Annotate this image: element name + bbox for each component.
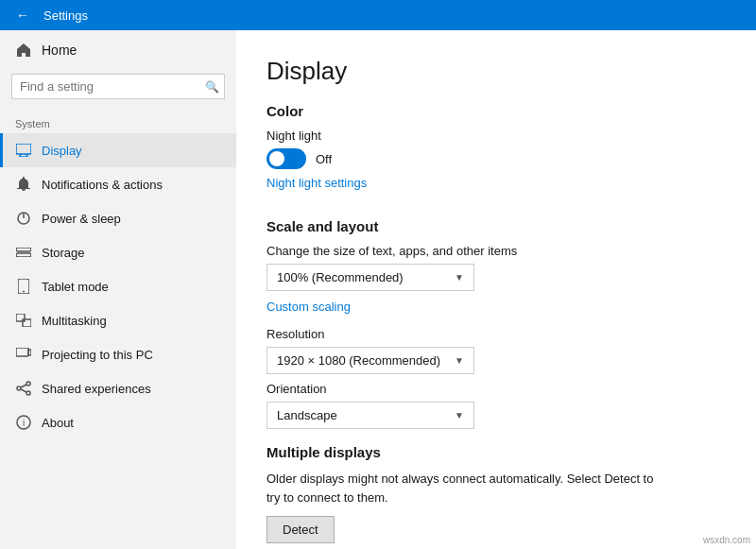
night-light-label: Night light — [266, 129, 726, 143]
search-icon: 🔍 — [205, 80, 219, 94]
sidebar-item-power[interactable]: Power & sleep — [0, 201, 236, 235]
night-light-state: Off — [316, 152, 332, 166]
size-dropdown[interactable]: 100% (Recommended) ▼ — [266, 264, 474, 291]
resolution-value: 1920 × 1080 (Recommended) — [277, 353, 440, 368]
content-area: Display Color Night light Off Night ligh… — [236, 30, 756, 549]
svg-point-16 — [17, 386, 21, 390]
svg-rect-12 — [16, 348, 28, 356]
custom-scaling-link[interactable]: Custom scaling — [266, 300, 351, 314]
about-icon: i — [15, 414, 32, 431]
projecting-icon — [15, 346, 32, 363]
sidebar-item-storage[interactable]: Storage — [0, 235, 236, 269]
multitasking-label: Multitasking — [42, 314, 107, 328]
shared-label: Shared experiences — [42, 382, 151, 396]
size-label: Change the size of text, apps, and other… — [266, 244, 726, 258]
svg-point-15 — [26, 391, 30, 395]
resolution-dropdown[interactable]: 1920 × 1080 (Recommended) ▼ — [266, 347, 474, 374]
night-light-row: Off — [266, 148, 726, 169]
color-section: Color Night light Off Night light settin… — [266, 103, 726, 203]
svg-line-18 — [21, 389, 26, 392]
back-button[interactable]: ← — [9, 2, 36, 28]
svg-rect-0 — [16, 144, 31, 154]
sidebar-item-tablet[interactable]: Tablet mode — [0, 269, 236, 303]
storage-icon — [15, 244, 32, 261]
display-label: Display — [42, 144, 82, 158]
size-chevron-icon: ▼ — [455, 272, 464, 283]
night-light-toggle[interactable] — [266, 148, 306, 169]
search-box: 🔍 — [11, 74, 225, 99]
resolution-label: Resolution — [266, 327, 726, 341]
sidebar-item-display[interactable]: Display — [0, 133, 236, 167]
titlebar: ← Settings — [0, 0, 756, 30]
tablet-icon — [15, 278, 32, 295]
main-layout: Home 🔍 System Display — [0, 30, 756, 549]
power-label: Power & sleep — [42, 212, 121, 226]
projecting-label: Projecting to this PC — [42, 348, 153, 362]
watermark: wsxdn.com — [703, 535, 750, 545]
scale-section: Scale and layout Change the size of text… — [266, 218, 726, 429]
home-icon — [15, 42, 32, 59]
multiple-displays-title: Multiple displays — [266, 444, 726, 460]
svg-rect-13 — [28, 350, 31, 355]
svg-rect-7 — [16, 253, 31, 257]
night-light-settings-link[interactable]: Night light settings — [266, 176, 367, 190]
color-section-title: Color — [266, 103, 726, 119]
svg-point-14 — [26, 382, 30, 386]
svg-line-17 — [21, 385, 26, 387]
sidebar-item-shared[interactable]: Shared experiences — [0, 371, 236, 405]
sidebar-item-home[interactable]: Home — [0, 30, 236, 70]
toggle-knob — [269, 151, 284, 166]
power-icon — [15, 210, 32, 227]
system-section-label: System — [0, 111, 236, 133]
search-input[interactable] — [11, 74, 225, 99]
multiple-displays-section: Multiple displays Older displays might n… — [266, 444, 726, 549]
svg-point-9 — [23, 291, 25, 293]
size-value: 100% (Recommended) — [277, 270, 404, 284]
sidebar: Home 🔍 System Display — [0, 30, 236, 549]
multitasking-icon — [15, 312, 32, 329]
sidebar-item-notifications[interactable]: Notifications & actions — [0, 167, 236, 201]
scale-section-title: Scale and layout — [266, 218, 726, 234]
home-label: Home — [42, 43, 77, 58]
tablet-label: Tablet mode — [42, 280, 109, 294]
notifications-icon — [15, 176, 32, 193]
orientation-label: Orientation — [266, 382, 726, 396]
sidebar-item-about[interactable]: i About — [0, 405, 236, 439]
detect-button[interactable]: Detect — [266, 516, 335, 543]
storage-label: Storage — [42, 246, 85, 260]
shared-icon — [15, 380, 32, 397]
orientation-dropdown[interactable]: Landscape ▼ — [266, 402, 474, 429]
multiple-displays-description: Older displays might not always connect … — [266, 470, 663, 506]
resolution-chevron-icon: ▼ — [455, 355, 464, 366]
sidebar-item-multitasking[interactable]: Multitasking — [0, 303, 236, 337]
display-icon — [15, 142, 32, 159]
about-label: About — [42, 416, 74, 430]
notifications-label: Notifications & actions — [42, 178, 163, 192]
titlebar-title: Settings — [43, 9, 88, 23]
orientation-chevron-icon: ▼ — [455, 410, 464, 420]
page-title: Display — [266, 57, 726, 86]
sidebar-item-projecting[interactable]: Projecting to this PC — [0, 337, 236, 371]
svg-rect-6 — [16, 248, 31, 251]
orientation-value: Landscape — [277, 408, 337, 422]
svg-text:i: i — [23, 418, 25, 428]
